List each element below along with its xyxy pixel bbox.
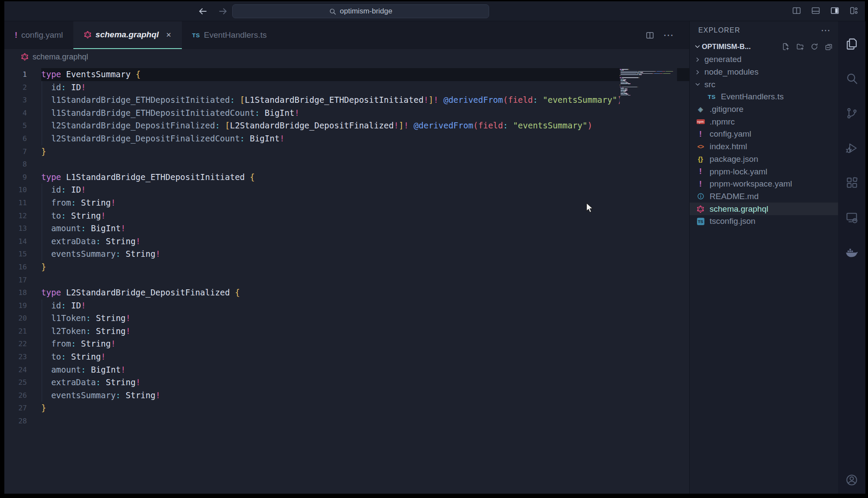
readme-info-icon [697,193,704,200]
tree-file-EventHandlers.ts[interactable]: TSEventHandlers.ts [690,91,838,103]
collapse-folders-icon[interactable] [823,41,834,52]
activity-bar [838,21,865,494]
tree-file-.gitignore[interactable]: ◈.gitignore [690,103,838,116]
html-file-icon: <> [697,143,704,150]
explorer-sidebar: EXPLORER ⋯ OPTIMISM-B... [689,21,838,494]
workspace-name: OPTIMISM-B... [702,43,751,51]
code-line-23[interactable]: 23 to: String! [4,351,689,364]
tree-file-pnpm-workspace.yaml[interactable]: !pnpm-workspace.yaml [690,178,838,190]
toggle-panel-icon[interactable] [809,4,822,16]
tab-config.yaml[interactable]: !config.yaml [4,21,73,49]
code-line-12[interactable]: 12 to: String! [4,210,689,223]
split-editor-layout-icon[interactable] [790,4,802,16]
code-line-27[interactable]: 27} [4,402,689,415]
split-editor-icon[interactable] [645,31,654,40]
window-layout-controls [790,4,860,16]
code-line-17[interactable]: 17 [4,274,689,287]
tree-file-tsconfig.json[interactable]: TStsconfig.json [690,215,838,228]
graphql-file-icon [21,53,29,61]
code-editor[interactable]: 1type EventsSummary {2 id: ID!3 l1Standa… [4,65,689,494]
file-tree: generatednode_modulessrcTSEventHandlers.… [690,53,838,494]
activity-remote-explorer-icon[interactable] [838,200,865,235]
tree-folder-node_modules[interactable]: node_modules [690,66,838,79]
workspace-section-row[interactable]: OPTIMISM-B... [690,39,838,53]
activity-run-debug-icon[interactable] [838,131,865,165]
chevron-down-icon [693,43,702,49]
tree-folder-generated[interactable]: generated [690,53,838,66]
code-line-15[interactable]: 15 eventsSummary: String! [4,248,689,261]
code-line-10[interactable]: 10 id: ID! [4,183,689,197]
refresh-explorer-icon[interactable] [809,41,819,52]
code-line-28[interactable]: 28 [4,415,689,428]
activity-extensions-icon[interactable] [838,165,865,200]
code-line-9[interactable]: 9type L1StandardBridge_ETHDepositInitiat… [4,171,689,184]
tab-bar: !config.yamlschema.graphql×TSEventHandle… [4,21,689,49]
code-line-14[interactable]: 14 extraData: String! [4,235,689,248]
explorer-more-actions-icon[interactable]: ⋯ [821,25,830,36]
yaml-file-icon: ! [15,31,17,40]
tsconfig-file-icon: TS [697,218,704,225]
customize-layout-icon[interactable] [848,4,860,16]
vscode-window: optimism-bridge !config.yamlschema.graph… [4,1,865,494]
yaml-file-icon: ! [699,180,702,189]
forward-arrow-icon[interactable] [217,5,230,18]
close-tab-icon[interactable]: × [166,30,171,39]
back-arrow-icon[interactable] [196,5,209,18]
code-line-20[interactable]: 20 l1Token: String! [4,312,689,325]
new-folder-icon[interactable] [795,41,805,52]
chevron-right-icon [693,69,702,75]
code-line-7[interactable]: 7} [4,145,689,158]
tree-folder-src[interactable]: src [690,78,838,91]
title-bar: optimism-bridge [4,1,865,21]
tree-file-.npmrc[interactable]: npm.npmrc [690,115,838,128]
new-file-icon[interactable] [780,41,791,52]
code-line-19[interactable]: 19 id: ID! [4,299,689,312]
typescript-file-icon: TS [708,94,716,100]
minimap[interactable] [620,65,677,494]
tree-file-pnpm-lock.yaml[interactable]: !pnpm-lock.yaml [690,165,838,178]
activity-account-icon[interactable] [845,473,858,487]
code-line-4[interactable]: 4 l1StandardBridge_ETHDepositInitiatedCo… [4,107,689,120]
code-line-11[interactable]: 11 from: String! [4,197,689,210]
toggle-secondary-sidebar-icon[interactable] [829,4,841,16]
code-line-1[interactable]: 1type EventsSummary { [4,68,689,81]
code-line-18[interactable]: 18type L2StandardBridge_DepositFinalized… [4,286,689,299]
editor-group: !config.yamlschema.graphql×TSEventHandle… [4,21,689,494]
editor-actions: ⋯ [645,21,689,49]
yaml-file-icon: ! [699,167,702,176]
breadcrumb[interactable]: schema.graphql [4,49,689,65]
code-line-8[interactable]: 8 [4,158,689,171]
tree-file-config.yaml[interactable]: !config.yaml [690,128,838,141]
search-value: optimism-bridge [340,7,392,16]
code-line-22[interactable]: 22 from: String! [4,337,689,351]
activity-source-control-icon[interactable] [838,96,865,131]
code-line-21[interactable]: 21 l2Token: String! [4,325,689,338]
npm-file-icon: npm [697,119,705,124]
code-line-24[interactable]: 24 amount: BigInt! [4,364,689,377]
tree-file-README.md[interactable]: README.md [690,190,838,203]
explorer-title: EXPLORER [698,26,740,34]
code-line-16[interactable]: 16} [4,261,689,274]
json-file-icon: {} [698,155,703,163]
chevron-right-icon [693,57,702,62]
tab-schema.graphql[interactable]: schema.graphql× [73,21,181,49]
code-line-5[interactable]: 5 l2StandardBridge_DepositFinalized: [L2… [4,119,689,132]
more-actions-icon[interactable]: ⋯ [663,29,674,41]
activity-search-icon[interactable] [838,61,865,96]
command-center-search[interactable]: optimism-bridge [232,4,489,18]
graphql-file-icon [697,205,704,213]
code-line-26[interactable]: 26 eventsSummary: String! [4,389,689,402]
tree-file-index.html[interactable]: <>index.html [690,141,838,153]
typescript-file-icon: TS [192,32,200,39]
code-line-3[interactable]: 3 l1StandardBridge_ETHDepositInitiated: … [4,94,689,107]
code-line-25[interactable]: 25 extraData: String! [4,376,689,389]
activity-docker-icon[interactable] [838,235,865,269]
code-line-13[interactable]: 13 amount: BigInt! [4,222,689,235]
activity-explorer-icon[interactable] [838,26,865,61]
breadcrumb-item-filename[interactable]: schema.graphql [33,52,88,62]
tab-EventHandlers.ts[interactable]: TSEventHandlers.ts [182,21,277,49]
tree-file-package.json[interactable]: {}package.json [690,153,838,166]
code-line-6[interactable]: 6 l2StandardBridge_DepositFinalizedCount… [4,132,689,145]
tree-file-schema.graphql[interactable]: schema.graphql [690,203,838,215]
code-line-2[interactable]: 2 id: ID! [4,81,689,94]
